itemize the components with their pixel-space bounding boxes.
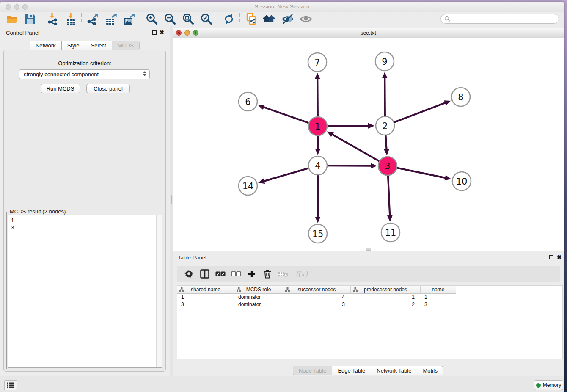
- table-cell-name[interactable]: 3: [421, 301, 456, 308]
- zoom-selected-icon[interactable]: [200, 13, 213, 25]
- close-table-panel-icon[interactable]: ✖: [557, 254, 561, 260]
- control-panel-tabs: Network Style Select MCDS: [0, 41, 170, 50]
- result-line: 1: [11, 217, 153, 224]
- tab-style[interactable]: Style: [61, 41, 85, 50]
- graph-edge-arrowhead: [382, 72, 388, 78]
- node-table-header: shared nameMCDS rolesuccessor nodesprede…: [177, 286, 562, 294]
- toolbar-separator: [41, 13, 41, 25]
- graph-edge-arrowhead: [315, 73, 320, 79]
- table-row[interactable]: 1dominator411: [177, 294, 562, 301]
- copy-network-icon[interactable]: [245, 13, 258, 25]
- open-session-icon[interactable]: [5, 13, 18, 25]
- graph-edge-arrowhead: [368, 123, 374, 129]
- column-header-mcds_role[interactable]: MCDS role: [234, 286, 283, 294]
- result-line: 3: [11, 224, 153, 231]
- graph-node-label-6: 6: [245, 97, 250, 107]
- list-icon: [7, 382, 14, 388]
- toolbar-separator: [217, 13, 218, 25]
- graph-edge-arrowhead: [445, 175, 451, 181]
- show-graphics-details-icon[interactable]: [299, 13, 312, 25]
- table-row[interactable]: 3dominator323: [177, 301, 562, 308]
- tab-network[interactable]: Network: [30, 41, 62, 50]
- import-table-icon[interactable]: [64, 13, 77, 25]
- column-label: shared name: [191, 287, 220, 293]
- control-panel-title: Control Panel: [6, 30, 39, 36]
- divider-grip[interactable]: [171, 195, 172, 204]
- column-header-predecessor_nodes[interactable]: predecessor nodes: [351, 286, 421, 294]
- table-cell-mcds_role[interactable]: dominator: [234, 301, 283, 308]
- network-window-titlebar[interactable]: ✕ − + scc.txt: [173, 28, 564, 38]
- column-header-name[interactable]: name: [421, 286, 456, 294]
- graph-edge-arrowhead: [371, 163, 377, 168]
- column-type-icon: [237, 287, 241, 292]
- add-icon[interactable]: [246, 268, 257, 279]
- column-layout-icon[interactable]: [199, 268, 210, 279]
- table-cell-shared_name[interactable]: 1: [177, 294, 234, 301]
- tab-network-table[interactable]: Network Table: [371, 366, 417, 375]
- optimization-criterion-select[interactable]: strongly connected component: [19, 69, 150, 79]
- network-canvas[interactable]: 7968124314101511: [173, 38, 564, 251]
- float-panel-icon[interactable]: [152, 30, 157, 35]
- close-panel-icon[interactable]: ✖: [160, 29, 164, 36]
- search-icon: [444, 16, 451, 22]
- application-window: Session: New Session: [0, 2, 564, 392]
- zoom-out-icon[interactable]: [163, 13, 176, 25]
- canvas-scrollbar-stub[interactable]: [366, 248, 371, 251]
- graph-node-label-4: 4: [315, 161, 320, 171]
- float-table-panel-icon[interactable]: [549, 255, 553, 259]
- import-network-icon[interactable]: [46, 13, 59, 25]
- hide-graphics-details-icon[interactable]: [281, 13, 294, 25]
- table-cell-predecessor_nodes[interactable]: 1: [351, 294, 421, 301]
- tab-node-table[interactable]: Node Table: [293, 366, 333, 375]
- tab-motifs[interactable]: Motifs: [417, 366, 443, 375]
- table-cell-mcds_role[interactable]: dominator: [234, 294, 283, 301]
- mcds-result-legend: MCDS result (2 nodes): [8, 208, 67, 215]
- network-title: scc.txt: [173, 30, 564, 36]
- zoom-fit-icon[interactable]: [182, 13, 195, 25]
- graph-edge-arrowhead: [444, 100, 451, 105]
- refresh-icon[interactable]: [222, 13, 235, 25]
- table-panel-header: Table Panel ✖: [173, 252, 564, 263]
- table-cell-shared_name[interactable]: 3: [177, 301, 234, 308]
- table-cell-name[interactable]: 1: [421, 294, 456, 301]
- run-mcds-button[interactable]: Run MCDS: [41, 84, 80, 93]
- table-options-icon[interactable]: [184, 268, 195, 279]
- export-image-icon[interactable]: [123, 13, 136, 25]
- memory-button[interactable]: Memory: [534, 380, 563, 390]
- column-label: predecessor nodes: [364, 287, 407, 293]
- tab-select[interactable]: Select: [85, 41, 112, 50]
- zoom-in-icon[interactable]: [145, 13, 158, 25]
- tab-edge-table[interactable]: Edge Table: [332, 366, 371, 375]
- home-icon[interactable]: [263, 13, 276, 25]
- table-cell-predecessor_nodes[interactable]: 2: [351, 301, 421, 308]
- close-panel-button[interactable]: Close panel: [86, 84, 130, 93]
- app-titlebar: Session: New Session: [0, 2, 564, 12]
- memory-label: Memory: [543, 382, 561, 388]
- result-scrollbar[interactable]: [156, 215, 162, 367]
- task-history-button[interactable]: [4, 380, 17, 390]
- mcds-result-lines: 13: [8, 215, 156, 367]
- column-header-successor_nodes[interactable]: successor nodes: [283, 286, 351, 294]
- column-header-shared_name[interactable]: shared name: [177, 286, 234, 294]
- memory-status-icon: [536, 383, 541, 388]
- save-session-icon[interactable]: [23, 13, 36, 25]
- table-panel-title: Table Panel: [178, 254, 206, 261]
- toolbar-separator: [239, 13, 240, 25]
- table-toolbar: f(x): [177, 266, 560, 282]
- graph-node-label-11: 11: [385, 228, 396, 238]
- mcds-result-area[interactable]: 13: [8, 215, 162, 368]
- column-label: successor nodes: [297, 287, 336, 293]
- export-table-icon[interactable]: [105, 13, 118, 25]
- graph-node-label-1: 1: [315, 121, 320, 132]
- tab-mcds[interactable]: MCDS: [112, 41, 140, 50]
- delete-icon[interactable]: [262, 268, 273, 279]
- export-network-icon[interactable]: [86, 13, 99, 25]
- panel-divider[interactable]: [170, 26, 173, 376]
- table-cell-successor_nodes[interactable]: 4: [283, 294, 351, 301]
- delete-table-disabled-icon: [278, 268, 289, 279]
- deselect-all-icon[interactable]: [231, 268, 242, 279]
- search-input[interactable]: [440, 14, 559, 24]
- table-cell-successor_nodes[interactable]: 3: [283, 301, 351, 308]
- mcds-panel: Optimization criterion: strongly connect…: [3, 50, 166, 372]
- select-all-icon[interactable]: [215, 268, 226, 279]
